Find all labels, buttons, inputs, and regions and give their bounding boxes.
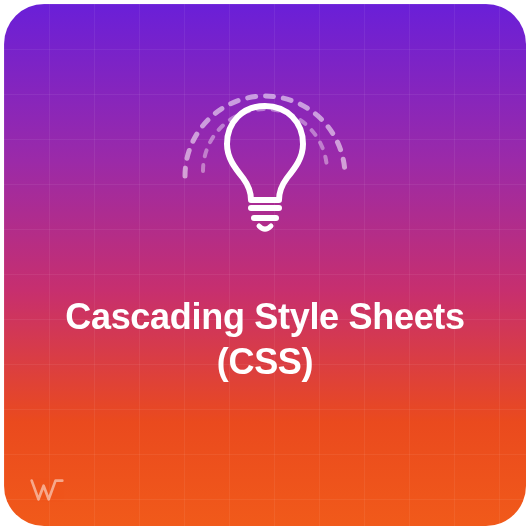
title-line-1: Cascading Style Sheets — [65, 296, 465, 337]
title-line-2: (CSS) — [217, 341, 314, 382]
lightbulb-icon — [155, 46, 375, 266]
card-title: Cascading Style Sheets (CSS) — [4, 294, 526, 384]
info-card: Cascading Style Sheets (CSS) — [4, 4, 526, 526]
w-logo-icon — [30, 476, 64, 504]
